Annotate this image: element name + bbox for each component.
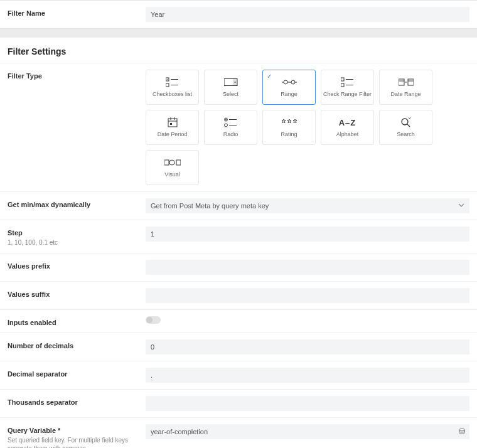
prefix-input[interactable] [146,260,469,275]
inputs-enabled-toggle[interactable] [146,316,161,324]
svg-rect-17 [408,79,414,85]
thou-sep-label: Thousands separator [8,398,146,406]
svg-point-34 [459,429,465,431]
type-card-checkboxes[interactable]: ✓Checkboxes list [146,70,199,105]
dyn-label: Get min/max dynamically [8,201,146,208]
type-card-alphabet[interactable]: ✓A–ZAlphabet [321,110,374,145]
radio-icon [224,117,238,128]
svg-rect-19 [168,119,177,127]
step-label: Step [8,229,146,237]
suffix-input[interactable] [146,288,469,303]
type-card-label: Range [281,92,297,98]
type-card-visual[interactable]: ✓Visual [146,150,199,185]
type-card-label: Select [223,92,238,98]
svg-rect-10 [341,78,344,81]
inputs-enabled-label: Inputs enabled [8,319,146,326]
date-period-icon [168,117,178,128]
filter-name-label: Filter Name [8,9,146,17]
filter-type-label: Filter Type [8,72,146,80]
type-card-label: Search [397,132,415,138]
svg-rect-14 [399,79,404,85]
type-card-date-period[interactable]: ✓Date Period [146,110,199,145]
database-icon[interactable] [458,428,466,435]
svg-rect-23 [170,123,172,125]
thou-sep-input[interactable] [146,396,469,411]
check-range-icon [341,77,355,88]
svg-line-30 [407,124,410,127]
type-card-search[interactable]: ✓Search [379,110,432,145]
svg-point-6 [234,82,235,83]
svg-point-27 [224,124,227,127]
dyn-select[interactable]: Get from Post Meta by query meta key [146,198,469,213]
type-card-select[interactable]: ✓Select [204,70,257,105]
type-card-radio[interactable]: ✓Radio [204,110,257,145]
svg-rect-31 [164,160,169,165]
range-icon [282,77,297,88]
type-card-range[interactable]: ✓Range [262,70,316,105]
type-card-label: Visual [164,172,180,178]
type-card-date-range[interactable]: ✓Date Range [379,70,432,105]
select-icon [224,77,238,88]
type-card-check-range[interactable]: ✓Check Range Filter [321,70,374,105]
type-card-label: Radio [223,132,238,138]
svg-point-32 [169,160,174,165]
dec-sep-input[interactable] [146,368,469,383]
checkboxes-icon [166,77,180,88]
suffix-label: Values suffix [8,291,146,298]
date-range-icon [399,77,414,88]
type-card-label: Date Range [390,92,421,98]
type-card-label: Date Period [158,132,188,138]
svg-rect-2 [166,83,169,87]
type-card-label: Alphabet [336,132,359,138]
query-var-hint: Set queried field key. For multiple fiel… [8,436,133,448]
type-card-label: Checkboxes list [153,92,192,98]
type-card-label: Rating [281,132,297,138]
prefix-label: Values prefix [8,262,146,270]
query-var-label: Query Variable * [8,427,146,434]
check-icon: ✓ [267,73,272,80]
dyn-select-value: Get from Post Meta by query meta key [146,198,469,213]
type-card-label: Check Range Filter [323,92,372,98]
decimals-input[interactable] [146,339,469,355]
visual-icon [164,157,181,168]
search-icon [400,117,412,128]
svg-rect-33 [176,160,181,165]
step-input[interactable] [146,227,469,242]
svg-rect-12 [341,83,344,87]
svg-point-9 [291,80,295,84]
alphabet-icon: A–Z [339,117,356,128]
decimals-label: Number of decimals [8,342,146,349]
filter-type-grid: ✓Checkboxes list✓Select✓Range✓Check Rang… [146,70,469,185]
dec-sep-label: Decimal separator [8,370,146,378]
svg-point-8 [284,80,287,84]
svg-point-29 [402,119,408,125]
rating-icon [281,117,297,128]
query-var-input[interactable] [146,424,469,439]
step-hint: 1, 10, 100, 0.1 etc [8,238,133,247]
filter-name-input[interactable] [146,7,469,22]
svg-point-25 [225,119,227,120]
section-title: Filter Settings [0,38,477,63]
type-card-rating[interactable]: ✓Rating [262,110,316,145]
